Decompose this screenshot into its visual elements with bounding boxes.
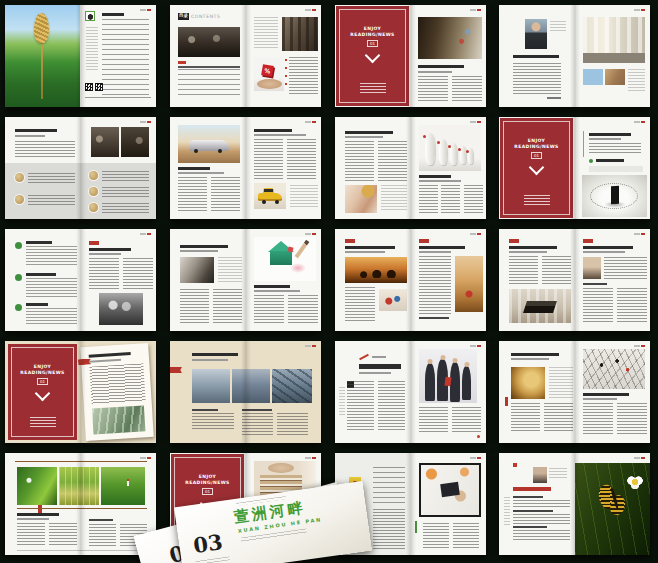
- caption-text: [381, 185, 407, 211]
- device-closeup-photo: [180, 257, 214, 283]
- headline-bar: [583, 246, 633, 249]
- body-text: [180, 289, 242, 323]
- spread-essay-team: [335, 341, 486, 443]
- caption-text: [549, 468, 567, 479]
- headline-bar: [178, 167, 210, 170]
- bullet-heading-bar: [26, 273, 56, 276]
- pink-splash-shape: [290, 263, 306, 273]
- headline-bar: [583, 393, 629, 396]
- body-text: [419, 407, 481, 433]
- body-text: [583, 288, 647, 324]
- magazine-logo-icon: [85, 11, 95, 21]
- section-heading-bar: [242, 409, 272, 411]
- headline-bar: [89, 248, 131, 251]
- subhead-bar: [511, 358, 549, 360]
- subhead-bar: [192, 359, 228, 361]
- framed-workspace-photo: [419, 463, 481, 517]
- body-text: [418, 76, 482, 102]
- person-shape: [425, 363, 435, 401]
- sunset-carriage-photo: [345, 257, 407, 283]
- cover-brand-line2: READING/NEWS: [514, 144, 558, 150]
- folio-mark: [140, 457, 151, 459]
- qr-code-icon: [95, 83, 103, 91]
- signature-bar: [547, 97, 561, 99]
- green-bullet-row: [15, 303, 77, 325]
- spread-laptop-interview: [499, 229, 650, 331]
- body-text: [178, 177, 240, 211]
- headline-bar: [509, 246, 557, 249]
- folio-mark: [140, 233, 151, 235]
- headline-bar: [254, 285, 290, 288]
- cover-issue-number: 01: [531, 152, 541, 159]
- person-shape: [450, 362, 460, 402]
- subhead-bar: [589, 138, 621, 140]
- footer-rule: [85, 97, 151, 98]
- red-tag: [419, 239, 429, 243]
- butterfly-photo: [575, 463, 650, 555]
- laptop-desk-photo: [509, 289, 571, 323]
- body-text: [289, 57, 318, 95]
- body-text: [345, 141, 407, 181]
- red-tag: [345, 239, 355, 243]
- percent-symbol: %: [264, 67, 271, 75]
- spread-device-house: [170, 229, 321, 331]
- folio-mark: [634, 457, 645, 459]
- spread-divider-meeting: ENJOY READING/NEWS 01: [335, 5, 486, 107]
- classroom-photo: [91, 127, 119, 157]
- cover-footer-lines: [360, 83, 386, 93]
- blonde-portrait-photo: [345, 185, 377, 213]
- green-bullet-icon: [589, 159, 593, 163]
- red-issue-cover: ENJOY READING/NEWS 01: [8, 344, 77, 440]
- black-box-shape: [611, 186, 619, 204]
- body-text: [419, 185, 483, 213]
- taxi-photo: [254, 183, 286, 209]
- cover-issue-number: 01: [367, 40, 377, 47]
- headline-bar: [17, 513, 59, 516]
- car-wheel-shape: [194, 149, 198, 153]
- rule-line: [583, 131, 584, 157]
- crowd-photo: [282, 17, 318, 51]
- headline-bar: [589, 133, 631, 136]
- painted-house-photo: [254, 237, 316, 281]
- spread-roadster-taxi: [170, 117, 321, 219]
- spread-divider-tilted-sheet: ENJOY READING/NEWS 01: [5, 341, 156, 443]
- caption-text: [218, 257, 242, 283]
- body-text: [345, 287, 375, 323]
- red-issue-cover: ENJOY READING/NEWS 01: [500, 118, 573, 218]
- golden-macro-photo: [511, 367, 545, 399]
- megaphone-figurines-photo: [419, 125, 481, 171]
- green-script-mark: [415, 521, 417, 533]
- spread-carriage-motorbike: [335, 229, 486, 331]
- taxi-wheel-shape: [262, 200, 266, 204]
- folio-mark: [470, 345, 481, 347]
- subhead-bar: [254, 290, 300, 292]
- hand-shape: [257, 79, 282, 89]
- bullet-heading-bar: [26, 241, 52, 244]
- spread-portrait-office: [499, 5, 650, 107]
- headline-bar: [418, 65, 464, 68]
- spread-wheat-contents: [5, 5, 156, 107]
- red-end-mark: [477, 435, 480, 438]
- cover-brand-line2: READING/NEWS: [350, 32, 394, 38]
- portrait-photo: [583, 257, 601, 279]
- horse-silhouettes: [357, 270, 401, 278]
- contents-title-en: CONTENTS: [191, 14, 220, 19]
- headline-bar: [419, 246, 465, 249]
- issue-cover-mockups: 03 萱洲河畔 萱洲河畔 XUAN ZHOU HE PAN 03: [128, 478, 388, 563]
- question-bar: [513, 526, 547, 528]
- body-text: [89, 258, 153, 290]
- answer-text: [513, 530, 570, 542]
- body-text: [254, 295, 318, 325]
- red-headline-bar: [513, 487, 551, 491]
- body-text: [583, 403, 647, 435]
- chevron-down-icon: [365, 48, 381, 64]
- spread-winter-harbour: [170, 341, 321, 443]
- body-text: [423, 523, 479, 549]
- executive-portrait-photo: [525, 19, 547, 49]
- subhead-bar: [17, 518, 49, 520]
- red-folder-shape: [444, 377, 451, 387]
- footer-heading-bar: [419, 317, 449, 319]
- question-bar: [513, 496, 543, 498]
- bullet-body-text: [26, 278, 77, 297]
- paint-brush-shape: [295, 240, 310, 259]
